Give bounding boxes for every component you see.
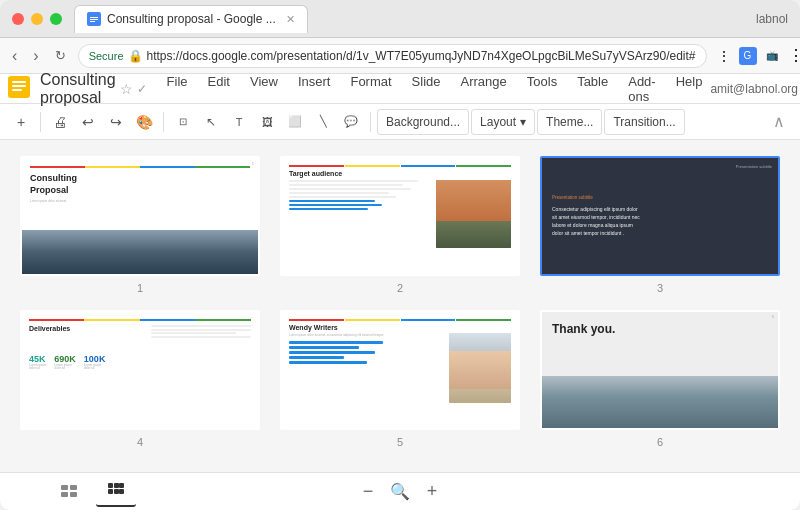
star-icon[interactable]: ☆ bbox=[120, 81, 133, 97]
filmstrip-view-button[interactable] bbox=[50, 477, 90, 507]
menu-insert[interactable]: Insert bbox=[290, 72, 339, 106]
main-content: ConsultingProposal Lorem ipsum dolor sit… bbox=[0, 140, 800, 472]
svg-rect-14 bbox=[119, 483, 124, 488]
tab-favicon bbox=[87, 12, 101, 26]
slide-thumb-2[interactable]: Target audience bbox=[280, 156, 520, 276]
slides-panel: ConsultingProposal Lorem ipsum dolor sit… bbox=[0, 140, 800, 472]
tab-close-icon[interactable]: ✕ bbox=[286, 13, 295, 26]
maximize-button[interactable] bbox=[50, 13, 62, 25]
svg-rect-17 bbox=[119, 489, 124, 494]
comment-button[interactable]: 💬 bbox=[338, 109, 364, 135]
app-logo bbox=[8, 76, 30, 102]
svg-rect-1 bbox=[90, 17, 98, 18]
add-button[interactable]: + bbox=[8, 109, 34, 135]
menu-edit[interactable]: Edit bbox=[200, 72, 238, 106]
background-button[interactable]: Background... bbox=[377, 109, 469, 135]
slide-container-2: Target audience bbox=[280, 156, 520, 294]
svg-rect-12 bbox=[108, 483, 113, 488]
line-button[interactable]: ╲ bbox=[310, 109, 336, 135]
toolbar: + 🖨 ↩ ↪ 🎨 ⊡ ↖ T 🖼 ⬜ ╲ 💬 Background... La… bbox=[0, 104, 800, 140]
undo-button[interactable]: ↩ bbox=[75, 109, 101, 135]
svg-rect-5 bbox=[12, 81, 26, 83]
grid-view-button[interactable] bbox=[96, 477, 136, 507]
slide-number-6: 6 bbox=[540, 436, 780, 448]
zoom-icon: 🔍 bbox=[390, 482, 410, 501]
slide-thumb-1[interactable]: ConsultingProposal Lorem ipsum dolor sit… bbox=[20, 156, 260, 276]
menu-table[interactable]: Table bbox=[569, 72, 616, 106]
extensions-icon[interactable]: ⋮ bbox=[715, 47, 733, 65]
bottom-bar: − 🔍 + bbox=[0, 472, 800, 510]
menu-help[interactable]: Help bbox=[668, 72, 711, 106]
menu-format[interactable]: Format bbox=[342, 72, 399, 106]
menu-icon[interactable]: ⋮ bbox=[787, 47, 801, 65]
traffic-lights bbox=[12, 13, 62, 25]
svg-rect-2 bbox=[90, 19, 98, 20]
tab-title: Consulting proposal - Google ... bbox=[107, 12, 276, 26]
secure-badge: Secure bbox=[89, 50, 124, 62]
paint-format-button[interactable]: 🎨 bbox=[131, 109, 157, 135]
slide-thumb-4[interactable]: Deliverables 45K Lorem ipsumdolor sit bbox=[20, 310, 260, 430]
svg-rect-8 bbox=[61, 485, 68, 490]
slide-number-4: 4 bbox=[20, 436, 260, 448]
menu-addons[interactable]: Add-ons bbox=[620, 72, 663, 106]
collapse-toolbar-button[interactable]: ∧ bbox=[766, 109, 792, 135]
menu-view[interactable]: View bbox=[242, 72, 286, 106]
close-button[interactable] bbox=[12, 13, 24, 25]
theme-button[interactable]: Theme... bbox=[537, 109, 602, 135]
divider-2 bbox=[163, 112, 164, 132]
menu-right: amit@labnol.org Comments 👥 Share bbox=[710, 76, 800, 102]
slide-number-5: 5 bbox=[280, 436, 520, 448]
svg-rect-9 bbox=[70, 485, 77, 490]
svg-rect-16 bbox=[114, 489, 119, 494]
zoom-in-button[interactable]: + bbox=[420, 480, 444, 504]
cloud-icon: ✓ bbox=[137, 82, 147, 96]
menu-file[interactable]: File bbox=[159, 72, 196, 106]
forward-button[interactable]: › bbox=[29, 45, 42, 67]
menu-tools[interactable]: Tools bbox=[519, 72, 565, 106]
doc-title: Consulting proposal bbox=[40, 71, 116, 107]
print-button[interactable]: 🖨 bbox=[47, 109, 73, 135]
slide-container-5: Wendy Writers Lorem ipsum dolor sit amet… bbox=[280, 310, 520, 448]
menu-arrange[interactable]: Arrange bbox=[453, 72, 515, 106]
address-input[interactable]: Secure 🔒 https://docs.google.com/present… bbox=[78, 44, 707, 68]
svg-rect-6 bbox=[12, 85, 26, 87]
cast-icon[interactable]: 📺 bbox=[763, 47, 781, 65]
transition-button[interactable]: Transition... bbox=[604, 109, 684, 135]
slide-thumb-6[interactable]: Thank you. 6 bbox=[540, 310, 780, 430]
bookmark-icon[interactable]: G bbox=[739, 47, 757, 65]
slide-container-1: ConsultingProposal Lorem ipsum dolor sit… bbox=[20, 156, 260, 294]
menu-slide[interactable]: Slide bbox=[404, 72, 449, 106]
divider-3 bbox=[370, 112, 371, 132]
slide-number-1: 1 bbox=[20, 282, 260, 294]
back-button[interactable]: ‹ bbox=[8, 45, 21, 67]
title-bar: Consulting proposal - Google ... ✕ labno… bbox=[0, 0, 800, 38]
slide-number-3: 3 bbox=[540, 282, 780, 294]
minimize-button[interactable] bbox=[31, 13, 43, 25]
cursor-button[interactable]: ↖ bbox=[198, 109, 224, 135]
shape-button[interactable]: ⬜ bbox=[282, 109, 308, 135]
slide-number-2: 2 bbox=[280, 282, 520, 294]
reload-button[interactable]: ↻ bbox=[51, 46, 70, 65]
svg-rect-3 bbox=[90, 21, 95, 22]
svg-rect-7 bbox=[12, 89, 22, 91]
svg-rect-10 bbox=[61, 492, 68, 497]
svg-rect-13 bbox=[114, 483, 119, 488]
zoom-out-button[interactable]: − bbox=[356, 480, 380, 504]
image-button[interactable]: 🖼 bbox=[254, 109, 280, 135]
user-email: amit@labnol.org bbox=[710, 82, 798, 96]
slide-num-badge-1: 1 bbox=[252, 161, 254, 166]
slide-thumb-5[interactable]: Wendy Writers Lorem ipsum dolor sit amet… bbox=[280, 310, 520, 430]
layout-chevron: ▾ bbox=[520, 115, 526, 129]
browser-icons: ⋮ G 📺 ⋮ bbox=[715, 47, 801, 65]
textbox-button[interactable]: T bbox=[226, 109, 252, 135]
menu-items: File Edit View Insert Format Slide Arran… bbox=[159, 72, 711, 106]
redo-button[interactable]: ↪ bbox=[103, 109, 129, 135]
slide-thumb-3[interactable]: Presentation subtitle Presentation subti… bbox=[540, 156, 780, 276]
svg-rect-15 bbox=[108, 489, 113, 494]
active-tab[interactable]: Consulting proposal - Google ... ✕ bbox=[74, 5, 308, 33]
layout-button[interactable]: Layout ▾ bbox=[471, 109, 535, 135]
zoom-fit-button[interactable]: ⊡ bbox=[170, 109, 196, 135]
tab-bar: Consulting proposal - Google ... ✕ bbox=[74, 5, 756, 33]
url-text: https://docs.google.com/presentation/d/1… bbox=[147, 49, 696, 63]
address-bar: ‹ › ↻ Secure 🔒 https://docs.google.com/p… bbox=[0, 38, 800, 74]
